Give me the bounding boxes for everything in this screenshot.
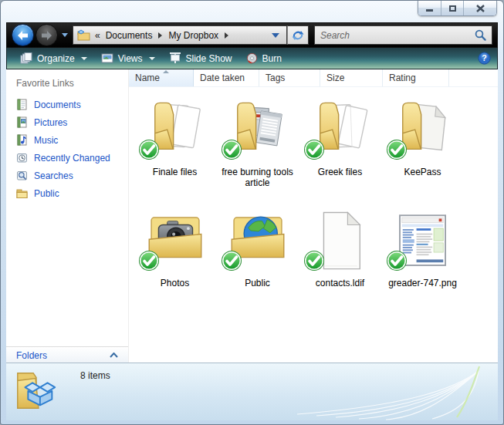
- file-item-greader-747-png[interactable]: greader-747.png: [381, 206, 464, 317]
- refresh-button[interactable]: [287, 25, 309, 45]
- navigation-bar: « Documents My Dropbox Search: [6, 22, 498, 48]
- title-bar[interactable]: [1, 1, 503, 22]
- slide-show-icon: [169, 52, 181, 64]
- file-icon-wrap: [223, 95, 293, 166]
- file-item-finale-files[interactable]: Finale files: [134, 95, 216, 206]
- file-item-public[interactable]: Public: [216, 206, 299, 317]
- sidebar-item-pictures[interactable]: Pictures: [6, 113, 128, 131]
- searches-icon: [16, 170, 28, 181]
- sidebar-item-public[interactable]: Public: [6, 184, 128, 202]
- back-button[interactable]: [12, 24, 34, 46]
- column-header-name[interactable]: Name: [129, 69, 194, 86]
- column-headers: Name Date taken Tags Size Rating: [129, 69, 498, 87]
- dropbox-synced-icon: [386, 139, 408, 160]
- search-input[interactable]: Search: [314, 25, 492, 45]
- close-button[interactable]: [464, 1, 496, 15]
- file-item-keepass[interactable]: KeePass: [381, 95, 464, 206]
- dropbox-synced-icon: [138, 139, 160, 160]
- breadcrumb-separator-icon[interactable]: [225, 32, 228, 39]
- window-controls: [418, 1, 497, 16]
- file-label: free burning tools article: [217, 167, 298, 188]
- svg-text:?: ?: [482, 53, 486, 62]
- sidebar-item-label: Public: [34, 188, 59, 199]
- burn-label: Burn: [262, 53, 282, 64]
- breadcrumb-separator-icon[interactable]: [158, 32, 162, 39]
- search-placeholder: Search: [320, 30, 475, 41]
- minimize-icon: [426, 9, 433, 12]
- maximize-button[interactable]: [441, 1, 464, 15]
- address-dropdown-icon[interactable]: [272, 33, 279, 38]
- column-header-tags[interactable]: Tags: [259, 69, 320, 86]
- sidebar-item-documents[interactable]: Documents: [6, 96, 128, 113]
- file-icon-wrap: [306, 206, 375, 277]
- file-icon-wrap: [140, 95, 210, 166]
- dropbox-synced-icon: [303, 250, 325, 272]
- file-item-greek-files[interactable]: Greek files: [299, 95, 381, 206]
- slide-show-label: Slide Show: [186, 53, 232, 64]
- forward-button[interactable]: [36, 24, 58, 46]
- file-item-contacts-ldif[interactable]: contacts.ldif: [299, 206, 381, 317]
- folders-expander[interactable]: Folders: [6, 346, 128, 363]
- recent-pages-dropdown[interactable]: [62, 33, 68, 37]
- explorer-window: « Documents My Dropbox Search: [0, 0, 504, 425]
- sidebar-item-music[interactable]: Music: [6, 131, 128, 149]
- dropbox-synced-icon: [386, 250, 408, 272]
- file-label: Finale files: [153, 167, 197, 177]
- close-icon: [476, 5, 485, 12]
- file-icon-wrap: [388, 206, 458, 277]
- maximize-icon: [449, 5, 456, 12]
- folders-label: Folders: [16, 350, 47, 361]
- file-label: Photos: [161, 278, 189, 288]
- column-header-size[interactable]: Size: [320, 69, 383, 86]
- burn-icon: [246, 52, 258, 64]
- decorative-swoosh: [243, 365, 498, 420]
- organize-button[interactable]: Organize: [13, 50, 94, 67]
- file-item-free-burning-tools-article[interactable]: free burning tools article: [216, 95, 299, 206]
- pictures-icon: [16, 116, 28, 128]
- dropbox-folder-icon[interactable]: [12, 366, 60, 415]
- views-label: Views: [118, 53, 143, 64]
- refresh-icon: [291, 29, 305, 42]
- sidebar-item-recently-changed[interactable]: Recently Changed: [6, 149, 128, 167]
- dropbox-synced-icon: [303, 139, 325, 160]
- slide-show-button[interactable]: Slide Show: [162, 50, 239, 67]
- public-folder-icon: [16, 187, 28, 199]
- sidebar-item-label: Searches: [34, 170, 73, 181]
- minimize-button[interactable]: [418, 1, 441, 15]
- breadcrumb-item-my-dropbox[interactable]: My Dropbox: [168, 30, 218, 41]
- views-button[interactable]: Views: [94, 50, 162, 67]
- music-icon: [16, 134, 28, 146]
- favorite-links-title: Favorite Links: [6, 69, 128, 96]
- breadcrumb-item-documents[interactable]: Documents: [106, 30, 153, 41]
- sort-ascending-icon: [163, 70, 169, 73]
- file-icon-wrap: [140, 206, 210, 277]
- help-icon: ?: [478, 52, 491, 65]
- views-dropdown-icon: [149, 57, 155, 60]
- dropbox-synced-icon: [221, 139, 242, 160]
- breadcrumb-overflow[interactable]: «: [95, 30, 100, 41]
- search-icon[interactable]: [475, 29, 486, 41]
- file-icon-wrap: [306, 95, 375, 166]
- file-label: Public: [245, 278, 270, 288]
- documents-icon: [16, 99, 28, 110]
- burn-button[interactable]: Burn: [239, 50, 289, 67]
- help-button[interactable]: ?: [478, 52, 491, 65]
- file-icon-wrap: [223, 206, 293, 277]
- file-item-photos[interactable]: Photos: [134, 206, 216, 317]
- sidebar-item-label: Pictures: [34, 117, 67, 128]
- sidebar-item-searches[interactable]: Searches: [6, 167, 128, 184]
- column-header-date-taken[interactable]: Date taken: [194, 69, 259, 86]
- views-icon: [101, 53, 113, 63]
- status-bar: 8 items: [6, 363, 498, 420]
- column-header-filler: [449, 69, 498, 86]
- chevron-up-icon: [110, 352, 118, 358]
- folder-location-icon: [77, 29, 90, 41]
- sidebar-item-label: Recently Changed: [34, 153, 110, 164]
- file-label: contacts.ldif: [316, 278, 364, 288]
- organize-icon: [20, 52, 32, 64]
- file-label: Greek files: [318, 167, 362, 177]
- address-bar[interactable]: « Documents My Dropbox: [73, 25, 287, 45]
- dropbox-synced-icon: [138, 250, 160, 272]
- column-header-rating[interactable]: Rating: [383, 69, 449, 86]
- file-label: greader-747.png: [388, 278, 457, 288]
